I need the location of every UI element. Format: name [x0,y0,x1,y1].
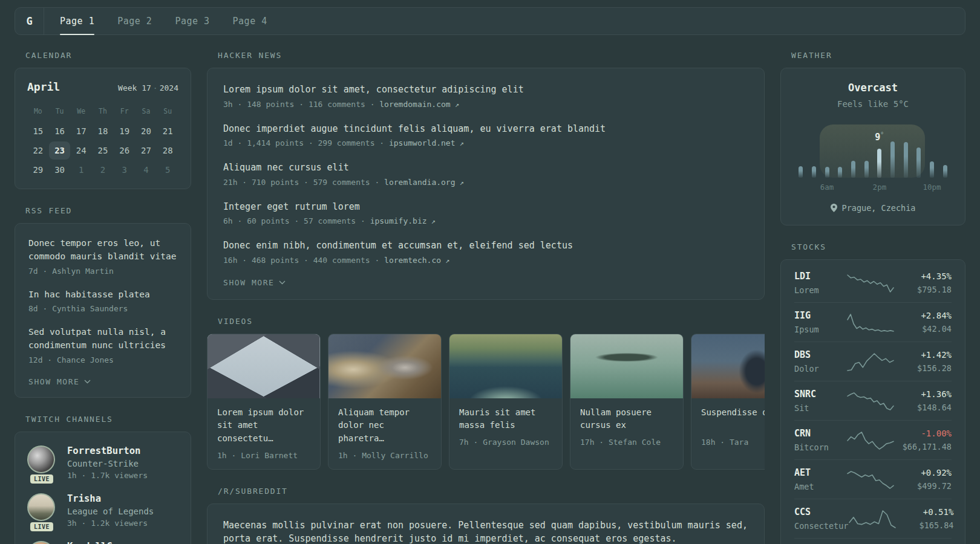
hackernews-item-title[interactable]: Donec enim nibh, condimentum et accumsan… [223,239,748,253]
calendar-day[interactable]: 19 [114,122,136,140]
tab-page-4[interactable]: Page 4 [233,8,267,34]
calendar-day[interactable]: 30 [49,161,71,179]
weather-bar [930,161,934,178]
calendar-day[interactable]: 22 [27,141,49,160]
stock-identity: LDILorem [794,271,846,295]
calendar-weekday: Mo [27,104,49,118]
stock-identity: IIGIpsum [794,310,846,334]
twitch-channel-info: TrishaLeague of Legends3h · 1.2k viewers [67,493,154,528]
tab-page-2[interactable]: Page 2 [117,8,152,34]
calendar-weekday: Th [92,104,114,118]
hackernews-item-title[interactable]: Integer eget rutrum lorem [223,200,748,214]
tab-page-3[interactable]: Page 3 [175,8,209,34]
calendar-day[interactable]: 15 [27,122,49,140]
twitch-channel-list: LIVEForrestBurtonCounter-Strike1h · 1.7k… [27,445,178,544]
app-logo[interactable]: G [15,8,44,34]
hackernews-item-meta: 21h · 710 points · 579 comments · loreml… [223,178,748,187]
stock-row[interactable]: CRNBitcorn-1.00%$66,171.48 [794,420,952,459]
stock-row[interactable]: LDILorem+4.35%$795.18 [794,264,952,302]
stock-row[interactable]: IIGIpsum+2.84%$42.04 [794,302,952,342]
avatar-wrap: LIVE [27,493,56,528]
rss-item-title[interactable]: Sed volutpat nulla nisl, a condimentum n… [28,326,177,352]
right-column: WEATHER Overcast Feels like 5°C 9° 6am2p… [780,51,965,544]
hackernews-show-more-button[interactable]: SHOW MORE [223,278,286,287]
calendar-day[interactable]: 24 [70,141,92,160]
stock-ticker: CRN [794,428,846,439]
weather-bar-slot [860,161,873,178]
stock-ticker: SNRC [794,389,846,400]
weather-bar [851,161,855,178]
weather-bar [904,142,908,178]
calendar-day[interactable]: 16 [49,122,71,140]
calendar-day-selected[interactable]: 23 [49,141,71,160]
rss-show-more-button[interactable]: SHOW MORE [28,377,91,386]
left-column: CALENDAR April Week 17·2024 MoTuWeThFrSa… [15,51,191,544]
hackernews-item-link[interactable]: loremlandia.org [384,178,455,187]
hackernews-item-title[interactable]: Lorem ipsum dolor sit amet, consectetur … [223,83,748,97]
subreddit-post-title[interactable]: Maecenas mollis pulvinar erat non posuer… [223,519,748,544]
videos-section-title: VIDEOS [218,317,765,326]
stock-row[interactable]: AHS+0.46% [794,538,952,544]
twitch-channel-row[interactable]: LIVEForrestBurtonCounter-Strike1h · 1.7k… [27,445,178,480]
rss-item-meta: 12d · Chance Jones [28,355,177,364]
hackernews-section-title: HACKER NEWS [218,51,765,60]
video-card[interactable]: Mauris sit amet massa felis7h · Grayson … [449,334,563,470]
hackernews-item-link[interactable]: loremdomain.com [379,100,450,109]
stock-row[interactable]: DBSDolor+1.42%$156.28 [794,342,952,381]
videos-widget: VIDEOS Lorem ipsum dolor sit amet consec… [207,317,765,470]
hackernews-item-link[interactable]: ipsumify.biz [370,216,427,225]
calendar-day[interactable]: 20 [136,122,157,140]
twitch-channel-game: League of Legends [67,507,154,516]
video-card[interactable]: Nullam posuere cursus ex17h · Stefan Col… [570,334,684,470]
twitch-widget: TWITCH CHANNELS LIVEForrestBurtonCounter… [15,415,191,544]
video-card-body: Lorem ipsum dolor sit amet consectetu…1h… [207,398,320,469]
video-card[interactable]: Lorem ipsum dolor sit amet consectetu…1h… [207,334,321,470]
avatar [27,445,55,473]
hackernews-item-title[interactable]: Aliquam nec cursus elit [223,161,748,175]
calendar-day[interactable]: 5 [157,161,178,179]
video-card[interactable]: Aliquam tempor dolor nec pharetra…1h · M… [328,334,442,470]
rss-item-title[interactable]: In hac habitasse platea [28,288,177,302]
calendar-day[interactable]: 29 [27,161,49,179]
weather-bar-slot [926,161,939,178]
weather-section-title: WEATHER [791,51,965,60]
stock-change: +4.35% [896,271,952,281]
hackernews-item-title[interactable]: Donec imperdiet augue tincidunt felis al… [223,122,748,136]
weather-condition: Overcast [794,82,952,94]
calendar-day[interactable]: 26 [114,141,136,160]
twitch-channel-row[interactable]: LIVETrishaLeague of Legends3h · 1.2k vie… [27,493,178,528]
video-thumbnail [328,334,441,398]
calendar-day[interactable]: 3 [114,161,136,179]
stock-identity: DBSDolor [794,349,846,374]
twitch-channel-row[interactable]: KendallCarr [27,541,178,544]
weather-bar-slot [899,142,912,178]
rss-item-title[interactable]: Donec tempor eros leo, ut commodo mauris… [28,237,177,264]
subreddit-card: Maecenas mollis pulvinar erat non posuer… [207,504,765,544]
stock-change: +0.92% [896,468,952,478]
calendar-day[interactable]: 28 [157,141,178,160]
stock-change: +0.51% [898,507,953,517]
hackernews-item-link[interactable]: ipsumworld.net [389,138,456,147]
avatar [27,493,55,521]
stock-row[interactable]: CCSConsectetur+0.51%$165.84 [794,499,952,538]
video-card-body: Suspendisse diam18h · Tara [691,398,765,456]
calendar-day[interactable]: 17 [70,122,92,140]
hackernews-item: Integer eget rutrum lorem6h · 60 points … [223,200,748,226]
calendar-day[interactable]: 1 [70,161,92,179]
video-card[interactable]: Suspendisse diam18h · Tara [691,334,765,470]
stock-ticker: DBS [794,349,846,360]
stocks-card: LDILorem+4.35%$795.18IIGIpsum+2.84%$42.0… [780,259,965,544]
calendar-day[interactable]: 4 [136,161,157,179]
stock-ticker: IIG [794,310,846,321]
calendar-day[interactable]: 21 [157,122,178,140]
stock-price: $795.18 [896,285,952,294]
calendar-day[interactable]: 18 [92,122,114,140]
calendar-day[interactable]: 27 [136,141,157,160]
tab-page-1[interactable]: Page 1 [60,8,94,34]
stock-row[interactable]: SNRCSit+1.36%$148.64 [794,381,952,420]
stock-row[interactable]: AETAmet+0.92%$499.72 [794,459,952,499]
calendar-day[interactable]: 25 [92,141,114,160]
middle-column: HACKER NEWS Lorem ipsum dolor sit amet, … [207,51,765,544]
hackernews-item-link[interactable]: loremtech.co [384,256,441,265]
calendar-day[interactable]: 2 [92,161,114,179]
